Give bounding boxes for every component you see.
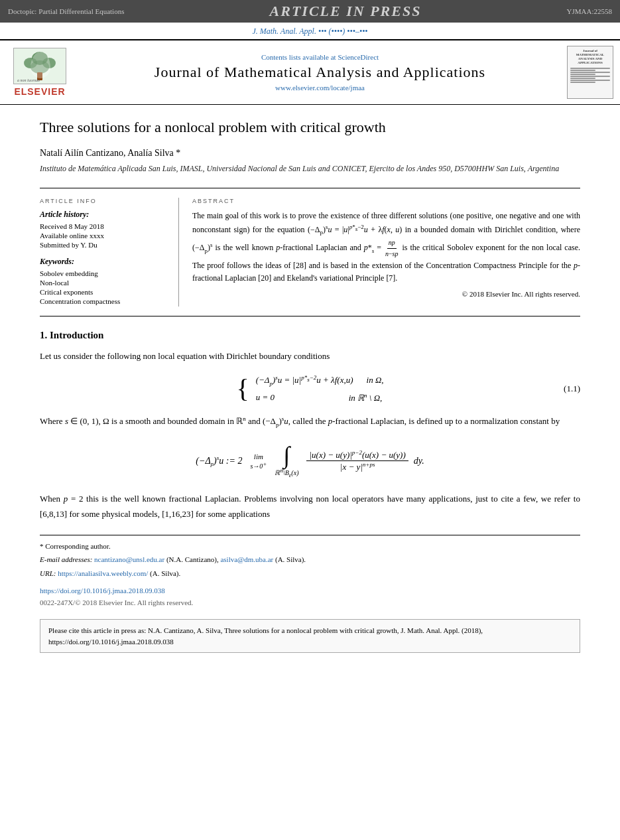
keyword-3: Critical exponents: [40, 288, 168, 296]
email-link-1[interactable]: ncantizano@unsl.edu.ar: [94, 555, 164, 563]
authors-text: Natalí Ailín Cantizano, Analía Silva *: [40, 148, 180, 158]
section-title: 1. Introduction: [40, 330, 580, 341]
doi-link[interactable]: https://doi.org/10.1016/j.jmaa.2018.09.0…: [40, 585, 580, 597]
equation-number: (1.1): [564, 384, 580, 394]
top-banner: Doctopic: Partial Differential Equations…: [0, 0, 620, 23]
article-info-heading: ARTICLE INFO: [40, 198, 168, 204]
article-info: ARTICLE INFO Article history: Received 8…: [40, 198, 179, 307]
received-date: Received 8 May 2018: [40, 222, 168, 230]
intro-paragraph-1: Let us consider the following non local …: [40, 349, 580, 364]
article-in-press-label: ARTICLE IN PRESS: [270, 3, 422, 20]
available-date: Available online xxxx: [40, 232, 168, 240]
svg-point-1: [32, 52, 48, 65]
section-number: 1.: [40, 330, 47, 340]
integral-equation: (−Δp)su := 2 lim s→0+ ∫ ℝn\Bε(x) |u(x) −…: [40, 443, 580, 478]
citation-text: J. Math. Anal. Appl. ••• (••••) •••–•••: [252, 27, 367, 36]
doctopic-label: Doctopic: Partial Differential Equations: [8, 7, 124, 15]
section-name: Introduction: [50, 330, 103, 340]
journal-thumbnail: Journal ofMATHEMATICALANALYSIS ANDAPPLIC…: [567, 46, 613, 99]
left-brace: {: [236, 376, 249, 402]
url-footnote: URL: https://analiasilva.weebly.com/ (A.…: [40, 568, 580, 579]
email-footnote: E-mail addresses: ncantizano@unsl.edu.ar…: [40, 554, 580, 565]
elsevier-logo-image: a non lucendo: [13, 48, 66, 84]
intro-paragraph-2: Where s ∈ (0, 1), Ω is a smooth and boun…: [40, 414, 580, 430]
svg-text:a non lucendo: a non lucendo: [17, 78, 40, 82]
piecewise-equation: { (−Δp)su = |u|p*s−2u + λf(x,u) in Ω, u …: [236, 374, 383, 403]
elsevier-logo: a non lucendo ELSEVIER: [7, 48, 73, 97]
abstract-text: The main goal of this work is to prove t…: [192, 210, 580, 285]
keyword-4: Concentration compactness: [40, 297, 168, 305]
journal-title: Journal of Mathematical Analysis and App…: [80, 64, 560, 81]
article-body: Three solutions for a nonlocal problem w…: [0, 105, 620, 660]
copyright-text: © 2018 Elsevier Inc. All rights reserved…: [192, 290, 580, 298]
piecewise-row-1: (−Δp)su = |u|p*s−2u + λf(x,u) in Ω,: [256, 374, 384, 387]
footnote-divider: [40, 535, 580, 535]
svg-point-3: [42, 58, 56, 68]
elsevier-text: ELSEVIER: [14, 86, 65, 97]
url-link[interactable]: https://analiasilva.weebly.com/: [58, 569, 148, 577]
journal-header: a non lucendo ELSEVIER Contents lists av…: [0, 39, 620, 105]
doi-section: https://doi.org/10.1016/j.jmaa.2018.09.0…: [40, 585, 580, 608]
keyword-2: Non-local: [40, 279, 168, 287]
svg-point-4: [31, 60, 49, 74]
equation-1-1: { (−Δp)su = |u|p*s−2u + λf(x,u) in Ω, u …: [40, 374, 580, 403]
abstract-section: ABSTRACT The main goal of this work is t…: [192, 198, 580, 307]
piecewise-row-2: u = 0 in ℝn \ Ω,: [256, 392, 384, 403]
info-abstract-section: ARTICLE INFO Article history: Received 8…: [40, 188, 580, 316]
history-section: Article history: Received 8 May 2018 Ava…: [40, 210, 168, 249]
sciencedirect-link[interactable]: ScienceDirect: [338, 53, 379, 61]
keyword-1: Sobolev embedding: [40, 269, 168, 277]
intro-paragraph-3: When p = 2 this is the well known fracti…: [40, 492, 580, 521]
journal-url[interactable]: www.elsevier.com/locate/jmaa: [80, 84, 560, 92]
submitted-by: Submitted by Y. Du: [40, 241, 168, 249]
history-label: Article history:: [40, 210, 168, 220]
piecewise-cases: (−Δp)su = |u|p*s−2u + λf(x,u) in Ω, u = …: [256, 374, 384, 403]
keywords-label: Keywords:: [40, 257, 168, 267]
journal-center: Contents lists available at ScienceDirec…: [80, 53, 560, 92]
authors: Natalí Ailín Cantizano, Analía Silva *: [40, 148, 580, 159]
journal-id-label: YJMAA:22558: [567, 7, 612, 15]
citation-line: J. Math. Anal. Appl. ••• (••••) •••–•••: [0, 23, 620, 39]
introduction-section: 1. Introduction Let us consider the foll…: [40, 330, 580, 522]
svg-point-2: [24, 58, 37, 68]
corresponding-author: * Corresponding author.: [40, 541, 580, 552]
citation-box: Please cite this article in press as: N.…: [40, 619, 580, 653]
keywords-section: Keywords: Sobolev embedding Non-local Cr…: [40, 257, 168, 305]
affiliation: Instituto de Matemática Aplicada San Lui…: [40, 163, 580, 175]
issn-text: 0022-247X/© 2018 Elsevier Inc. All right…: [40, 597, 580, 609]
citation-box-text: Please cite this article in press as: N.…: [48, 626, 483, 646]
email-link-2[interactable]: asilva@dm.uba.ar: [220, 555, 273, 563]
article-title: Three solutions for a nonlocal problem w…: [40, 118, 580, 137]
abstract-heading: ABSTRACT: [192, 198, 580, 204]
contents-line: Contents lists available at ScienceDirec…: [80, 53, 560, 61]
